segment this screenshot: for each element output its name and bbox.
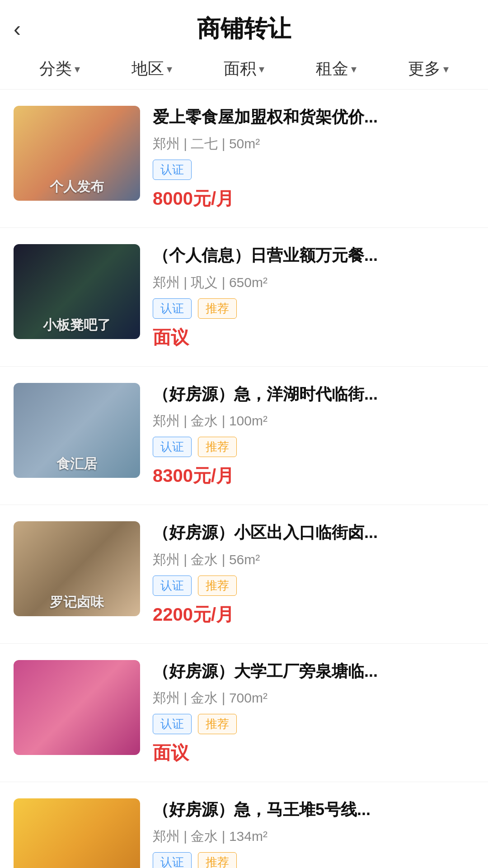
- image-label: 个人发布: [14, 178, 140, 196]
- listing-image: 食汇居: [14, 383, 140, 478]
- listing-tags: 认证: [153, 160, 474, 180]
- listing-info: （好房源）急，洋湖时代临街... 郑州 | 金水 | 100m² 认证推荐 83…: [153, 383, 474, 488]
- list-item[interactable]: 罗记卤味 （好房源）小区出入口临街卤... 郑州 | 金水 | 56m² 认证推…: [0, 505, 488, 643]
- filter-arrow-rent: ▾: [351, 63, 357, 75]
- filter-label-region: 地区: [131, 58, 164, 80]
- listing-title: （好房源）急，马王堆5号线...: [153, 798, 474, 821]
- back-button[interactable]: ‹: [14, 18, 21, 40]
- filter-label-area: 面积: [224, 58, 256, 80]
- listing-meta: 郑州 | 巩义 | 650m²: [153, 274, 474, 292]
- listing-price: 8300元/月: [153, 463, 474, 488]
- listing-list: 个人发布 爱上零食屋加盟权和货架优价... 郑州 | 二七 | 50m² 认证 …: [0, 90, 488, 868]
- listing-title: （好房源）急，洋湖时代临街...: [153, 383, 474, 406]
- filter-arrow-more: ▾: [443, 63, 449, 75]
- filter-more[interactable]: 更多▾: [382, 58, 474, 80]
- page-title: 商铺转让: [197, 13, 291, 45]
- listing-image: 小板凳吧了: [14, 244, 140, 339]
- listing-price: 面议: [153, 325, 474, 350]
- image-label: 罗记卤味: [14, 593, 140, 612]
- tag-recommend: 推荐: [198, 437, 237, 457]
- list-item[interactable]: 食汇居 （好房源）急，洋湖时代临街... 郑州 | 金水 | 100m² 认证推…: [0, 367, 488, 505]
- filter-label-category: 分类: [39, 58, 72, 80]
- listing-meta: 郑州 | 二七 | 50m²: [153, 135, 474, 153]
- tag-recommend: 推荐: [198, 852, 237, 868]
- listing-image: [14, 660, 140, 755]
- tag-cert: 认证: [153, 714, 192, 734]
- filter-label-more: 更多: [408, 58, 441, 80]
- listing-meta: 郑州 | 金水 | 700m²: [153, 689, 474, 708]
- listing-tags: 认证推荐: [153, 852, 474, 868]
- tag-cert: 认证: [153, 160, 192, 180]
- tag-recommend: 推荐: [198, 298, 237, 319]
- tag-recommend: 推荐: [198, 714, 237, 734]
- listing-title: （好房源）大学工厂旁泉塘临...: [153, 660, 474, 683]
- listing-info: （好房源）急，马王堆5号线... 郑州 | 金水 | 134m² 认证推荐 面议: [153, 798, 474, 868]
- listing-meta: 郑州 | 金水 | 56m²: [153, 551, 474, 569]
- listing-title: （个人信息）日营业额万元餐...: [153, 244, 474, 267]
- listing-info: （好房源）小区出入口临街卤... 郑州 | 金水 | 56m² 认证推荐 220…: [153, 521, 474, 627]
- filter-arrow-category: ▾: [75, 63, 80, 75]
- listing-tags: 认证推荐: [153, 714, 474, 734]
- listing-tags: 认证推荐: [153, 437, 474, 457]
- list-item[interactable]: 黄天厨 （好房源）急，马王堆5号线... 郑州 | 金水 | 134m² 认证推…: [0, 782, 488, 868]
- filter-arrow-region: ▾: [167, 63, 172, 75]
- listing-info: 爱上零食屋加盟权和货架优价... 郑州 | 二七 | 50m² 认证 8000元…: [153, 106, 474, 211]
- listing-image: 黄天厨: [14, 798, 140, 868]
- filter-region[interactable]: 地区▾: [106, 58, 198, 80]
- listing-title: 爱上零食屋加盟权和货架优价...: [153, 106, 474, 128]
- filter-arrow-area: ▾: [259, 63, 264, 75]
- listing-meta: 郑州 | 金水 | 134m²: [153, 827, 474, 846]
- list-item[interactable]: （好房源）大学工厂旁泉塘临... 郑州 | 金水 | 700m² 认证推荐 面议: [0, 644, 488, 782]
- listing-image: 个人发布: [14, 106, 140, 201]
- listing-tags: 认证推荐: [153, 576, 474, 596]
- image-label: 食汇居: [14, 455, 140, 473]
- listing-info: （个人信息）日营业额万元餐... 郑州 | 巩义 | 650m² 认证推荐 面议: [153, 244, 474, 349]
- tag-cert: 认证: [153, 576, 192, 596]
- listing-price: 8000元/月: [153, 186, 474, 211]
- header: ‹ 商铺转让: [0, 0, 488, 49]
- listing-price: 2200元/月: [153, 602, 474, 627]
- filter-area[interactable]: 面积▾: [198, 58, 290, 80]
- filter-label-rent: 租金: [316, 58, 348, 80]
- filter-bar: 分类▾地区▾面积▾租金▾更多▾: [0, 49, 488, 90]
- list-item[interactable]: 个人发布 爱上零食屋加盟权和货架优价... 郑州 | 二七 | 50m² 认证 …: [0, 90, 488, 228]
- listing-title: （好房源）小区出入口临街卤...: [153, 521, 474, 544]
- listing-meta: 郑州 | 金水 | 100m²: [153, 412, 474, 430]
- listing-info: （好房源）大学工厂旁泉塘临... 郑州 | 金水 | 700m² 认证推荐 面议: [153, 660, 474, 765]
- tag-cert: 认证: [153, 298, 192, 319]
- filter-category[interactable]: 分类▾: [14, 58, 106, 80]
- tag-cert: 认证: [153, 437, 192, 457]
- listing-price: 面议: [153, 741, 474, 765]
- listing-tags: 认证推荐: [153, 298, 474, 319]
- tag-cert: 认证: [153, 852, 192, 868]
- image-label: 小板凳吧了: [14, 316, 140, 335]
- listing-image: 罗记卤味: [14, 521, 140, 616]
- list-item[interactable]: 小板凳吧了 （个人信息）日营业额万元餐... 郑州 | 巩义 | 650m² 认…: [0, 228, 488, 366]
- filter-rent[interactable]: 租金▾: [290, 58, 382, 80]
- tag-recommend: 推荐: [198, 576, 237, 596]
